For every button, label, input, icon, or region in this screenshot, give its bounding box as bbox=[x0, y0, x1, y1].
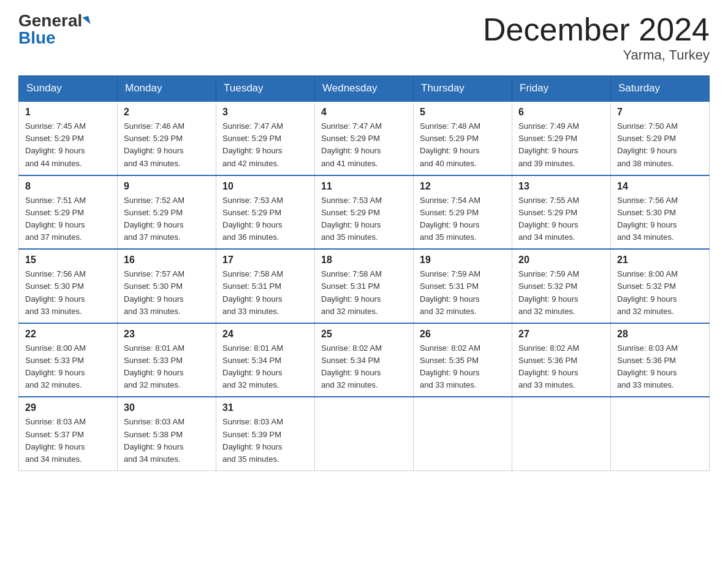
day-number: 6 bbox=[518, 107, 604, 118]
day-number: 28 bbox=[617, 329, 703, 340]
weekday-header-monday: Monday bbox=[118, 76, 216, 102]
day-info: Sunrise: 7:56 AM Sunset: 5:30 PM Dayligh… bbox=[25, 268, 111, 318]
calendar-cell bbox=[611, 397, 710, 470]
day-info: Sunrise: 8:01 AM Sunset: 5:33 PM Dayligh… bbox=[124, 342, 210, 392]
day-number: 30 bbox=[124, 402, 210, 413]
calendar-cell: 8Sunrise: 7:51 AM Sunset: 5:29 PM Daylig… bbox=[19, 175, 118, 250]
day-number: 22 bbox=[25, 329, 111, 340]
weekday-header-row: SundayMondayTuesdayWednesdayThursdayFrid… bbox=[19, 76, 710, 102]
day-number: 20 bbox=[518, 255, 604, 266]
day-info: Sunrise: 8:02 AM Sunset: 5:36 PM Dayligh… bbox=[518, 342, 604, 392]
day-number: 11 bbox=[321, 181, 407, 192]
calendar-week-row: 1Sunrise: 7:45 AM Sunset: 5:29 PM Daylig… bbox=[19, 101, 710, 175]
calendar-cell: 13Sunrise: 7:55 AM Sunset: 5:29 PM Dayli… bbox=[512, 175, 611, 250]
calendar-cell: 1Sunrise: 7:45 AM Sunset: 5:29 PM Daylig… bbox=[19, 101, 118, 175]
weekday-header-tuesday: Tuesday bbox=[216, 76, 315, 102]
day-info: Sunrise: 7:45 AM Sunset: 5:29 PM Dayligh… bbox=[25, 120, 111, 170]
day-info: Sunrise: 7:53 AM Sunset: 5:29 PM Dayligh… bbox=[222, 194, 308, 244]
calendar-cell bbox=[315, 397, 414, 470]
day-number: 26 bbox=[420, 329, 506, 340]
calendar-cell: 25Sunrise: 8:02 AM Sunset: 5:34 PM Dayli… bbox=[315, 323, 414, 397]
day-number: 1 bbox=[25, 107, 111, 118]
day-info: Sunrise: 8:03 AM Sunset: 5:39 PM Dayligh… bbox=[222, 416, 308, 465]
weekday-header-saturday: Saturday bbox=[611, 76, 710, 102]
day-number: 31 bbox=[222, 402, 308, 413]
location: Yarma, Turkey bbox=[483, 47, 710, 63]
calendar-cell: 18Sunrise: 7:58 AM Sunset: 5:31 PM Dayli… bbox=[315, 249, 414, 323]
day-number: 23 bbox=[124, 329, 210, 340]
day-number: 14 bbox=[617, 181, 703, 192]
calendar-cell: 20Sunrise: 7:59 AM Sunset: 5:32 PM Dayli… bbox=[512, 249, 611, 323]
calendar-cell: 15Sunrise: 7:56 AM Sunset: 5:30 PM Dayli… bbox=[19, 249, 118, 323]
calendar-cell: 31Sunrise: 8:03 AM Sunset: 5:39 PM Dayli… bbox=[216, 397, 315, 470]
day-info: Sunrise: 7:56 AM Sunset: 5:30 PM Dayligh… bbox=[617, 194, 703, 244]
calendar-cell: 4Sunrise: 7:47 AM Sunset: 5:29 PM Daylig… bbox=[315, 101, 414, 175]
day-info: Sunrise: 7:50 AM Sunset: 5:29 PM Dayligh… bbox=[617, 120, 703, 170]
calendar-cell: 3Sunrise: 7:47 AM Sunset: 5:29 PM Daylig… bbox=[216, 101, 315, 175]
logo-blue-text: Blue bbox=[18, 29, 56, 47]
day-number: 10 bbox=[222, 181, 308, 192]
day-number: 7 bbox=[617, 107, 703, 118]
calendar-cell: 29Sunrise: 8:03 AM Sunset: 5:37 PM Dayli… bbox=[19, 397, 118, 470]
day-info: Sunrise: 7:55 AM Sunset: 5:29 PM Dayligh… bbox=[518, 194, 604, 244]
day-info: Sunrise: 8:03 AM Sunset: 5:37 PM Dayligh… bbox=[25, 416, 111, 465]
day-info: Sunrise: 8:02 AM Sunset: 5:35 PM Dayligh… bbox=[420, 342, 506, 392]
calendar-week-row: 15Sunrise: 7:56 AM Sunset: 5:30 PM Dayli… bbox=[19, 249, 710, 323]
day-number: 29 bbox=[25, 402, 111, 413]
day-info: Sunrise: 8:00 AM Sunset: 5:32 PM Dayligh… bbox=[617, 268, 703, 318]
day-info: Sunrise: 7:48 AM Sunset: 5:29 PM Dayligh… bbox=[420, 120, 506, 170]
day-number: 9 bbox=[124, 181, 210, 192]
calendar-cell: 21Sunrise: 8:00 AM Sunset: 5:32 PM Dayli… bbox=[611, 249, 710, 323]
calendar-cell: 22Sunrise: 8:00 AM Sunset: 5:33 PM Dayli… bbox=[19, 323, 118, 397]
day-number: 16 bbox=[124, 255, 210, 266]
page-header: General Blue December 2024 Yarma, Turkey bbox=[18, 12, 710, 63]
calendar-cell bbox=[512, 397, 611, 470]
day-info: Sunrise: 8:03 AM Sunset: 5:38 PM Dayligh… bbox=[124, 416, 210, 465]
day-info: Sunrise: 8:00 AM Sunset: 5:33 PM Dayligh… bbox=[25, 342, 111, 392]
logo-triangle-icon bbox=[83, 16, 91, 26]
calendar-cell: 9Sunrise: 7:52 AM Sunset: 5:29 PM Daylig… bbox=[118, 175, 216, 250]
day-info: Sunrise: 7:58 AM Sunset: 5:31 PM Dayligh… bbox=[222, 268, 308, 318]
calendar-table: SundayMondayTuesdayWednesdayThursdayFrid… bbox=[18, 75, 710, 471]
calendar-cell: 11Sunrise: 7:53 AM Sunset: 5:29 PM Dayli… bbox=[315, 175, 414, 250]
day-info: Sunrise: 7:47 AM Sunset: 5:29 PM Dayligh… bbox=[222, 120, 308, 170]
day-number: 5 bbox=[420, 107, 506, 118]
calendar-cell: 17Sunrise: 7:58 AM Sunset: 5:31 PM Dayli… bbox=[216, 249, 315, 323]
day-number: 21 bbox=[617, 255, 703, 266]
calendar-cell: 23Sunrise: 8:01 AM Sunset: 5:33 PM Dayli… bbox=[118, 323, 216, 397]
calendar-cell: 7Sunrise: 7:50 AM Sunset: 5:29 PM Daylig… bbox=[611, 101, 710, 175]
calendar-cell bbox=[414, 397, 512, 470]
weekday-header-wednesday: Wednesday bbox=[315, 76, 414, 102]
day-info: Sunrise: 7:52 AM Sunset: 5:29 PM Dayligh… bbox=[124, 194, 210, 244]
calendar-cell: 6Sunrise: 7:49 AM Sunset: 5:29 PM Daylig… bbox=[512, 101, 611, 175]
day-number: 12 bbox=[420, 181, 506, 192]
day-info: Sunrise: 7:57 AM Sunset: 5:30 PM Dayligh… bbox=[124, 268, 210, 318]
day-number: 4 bbox=[321, 107, 407, 118]
day-info: Sunrise: 7:59 AM Sunset: 5:32 PM Dayligh… bbox=[518, 268, 604, 318]
day-number: 18 bbox=[321, 255, 407, 266]
calendar-cell: 10Sunrise: 7:53 AM Sunset: 5:29 PM Dayli… bbox=[216, 175, 315, 250]
calendar-week-row: 8Sunrise: 7:51 AM Sunset: 5:29 PM Daylig… bbox=[19, 175, 710, 250]
day-number: 27 bbox=[518, 329, 604, 340]
day-number: 8 bbox=[25, 181, 111, 192]
day-number: 19 bbox=[420, 255, 506, 266]
day-info: Sunrise: 7:53 AM Sunset: 5:29 PM Dayligh… bbox=[321, 194, 407, 244]
day-number: 17 bbox=[222, 255, 308, 266]
day-info: Sunrise: 7:59 AM Sunset: 5:31 PM Dayligh… bbox=[420, 268, 506, 318]
day-number: 13 bbox=[518, 181, 604, 192]
calendar-cell: 12Sunrise: 7:54 AM Sunset: 5:29 PM Dayli… bbox=[414, 175, 512, 250]
calendar-cell: 2Sunrise: 7:46 AM Sunset: 5:29 PM Daylig… bbox=[118, 101, 216, 175]
calendar-cell: 19Sunrise: 7:59 AM Sunset: 5:31 PM Dayli… bbox=[414, 249, 512, 323]
day-info: Sunrise: 7:54 AM Sunset: 5:29 PM Dayligh… bbox=[420, 194, 506, 244]
calendar-cell: 27Sunrise: 8:02 AM Sunset: 5:36 PM Dayli… bbox=[512, 323, 611, 397]
day-info: Sunrise: 7:49 AM Sunset: 5:29 PM Dayligh… bbox=[518, 120, 604, 170]
day-info: Sunrise: 8:02 AM Sunset: 5:34 PM Dayligh… bbox=[321, 342, 407, 392]
day-info: Sunrise: 8:03 AM Sunset: 5:36 PM Dayligh… bbox=[617, 342, 703, 392]
day-info: Sunrise: 7:51 AM Sunset: 5:29 PM Dayligh… bbox=[25, 194, 111, 244]
day-number: 15 bbox=[25, 255, 111, 266]
day-number: 2 bbox=[124, 107, 210, 118]
calendar-cell: 24Sunrise: 8:01 AM Sunset: 5:34 PM Dayli… bbox=[216, 323, 315, 397]
day-number: 25 bbox=[321, 329, 407, 340]
logo-general-text: General bbox=[18, 12, 82, 29]
calendar-cell: 28Sunrise: 8:03 AM Sunset: 5:36 PM Dayli… bbox=[611, 323, 710, 397]
